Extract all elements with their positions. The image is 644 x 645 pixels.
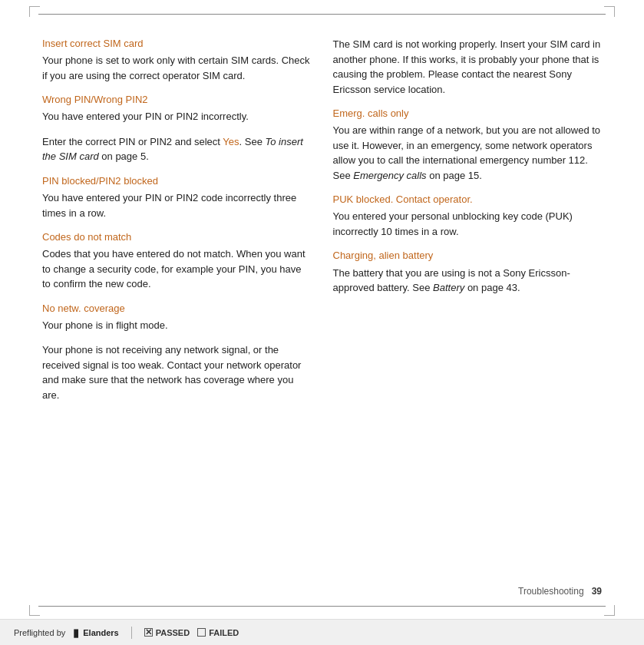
section-no-netw-2: Your phone is not receiving any network … — [42, 342, 312, 402]
section-body-codes-no-match: Codes that you have entered do not match… — [42, 246, 312, 292]
two-column-layout: Insert correct SIM card Your phone is se… — [42, 23, 602, 586]
corner-mark-tl — [29, 6, 40, 17]
section-body-emerg-calls: You are within range of a network, but y… — [333, 123, 603, 183]
section-body-sim-not-working: The SIM card is not working properly. In… — [333, 37, 603, 97]
section-wrong-pin: Wrong PIN/Wrong PIN2 You have entered yo… — [42, 93, 312, 124]
section-sim-not-working: The SIM card is not working properly. In… — [333, 37, 603, 97]
right-column: The SIM card is not working properly. In… — [333, 37, 603, 586]
section-title-pin-blocked: PIN blocked/PIN2 blocked — [42, 174, 312, 188]
section-codes-no-match: Codes do not match Codes that you have e… — [42, 230, 312, 292]
section-insert-sim: Insert correct SIM card Your phone is se… — [42, 37, 312, 83]
section-body-puk-blocked: You entered your personal unblocking key… — [333, 209, 603, 239]
passed-badge: PASSED — [144, 628, 190, 637]
corner-mark-br — [604, 605, 615, 616]
section-no-netw: No netw. coverage Your phone is in fligh… — [42, 302, 312, 333]
section-body-no-netw-1: Your phone is in flight mode. — [42, 318, 312, 333]
elanders-logo: ▮ Elanders — [73, 627, 118, 639]
section-title-insert-sim: Insert correct SIM card — [42, 37, 312, 51]
italic-battery: Battery — [433, 282, 464, 293]
section-body-enter-pin: Enter the correct PIN or PIN2 and select… — [42, 134, 312, 164]
section-label: Troubleshooting — [518, 586, 584, 597]
section-body-charging-alien: The battery that you are using is not a … — [333, 266, 603, 296]
section-emerg-calls: Emerg. calls only You are within range o… — [333, 107, 603, 183]
divider — [131, 627, 132, 639]
preflighted-label: Preflighted by — [14, 628, 65, 637]
corner-mark-bl — [29, 605, 40, 616]
section-title-no-netw: No netw. coverage — [42, 302, 312, 316]
elanders-name: Elanders — [83, 628, 118, 637]
failed-label: FAILED — [209, 628, 239, 637]
elanders-icon: ▮ — [73, 627, 79, 639]
italic-emergency-calls: Emergency calls — [353, 170, 426, 181]
preflighted-bar: Preflighted by ▮ Elanders PASSED FAILED — [0, 619, 644, 645]
page-border-bottom — [38, 606, 606, 607]
corner-mark-tr — [604, 6, 615, 17]
passed-label: PASSED — [156, 628, 190, 637]
italic-sim-card: To insert the SIM card — [42, 136, 303, 163]
section-charging-alien: Charging, alien battery The battery that… — [333, 249, 603, 295]
section-body-no-netw-2: Your phone is not receiving any network … — [42, 342, 312, 402]
section-body-insert-sim: Your phone is set to work only with cert… — [42, 53, 312, 83]
section-enter-pin: Enter the correct PIN or PIN2 and select… — [42, 134, 312, 164]
left-column: Insert correct SIM card Your phone is se… — [42, 37, 312, 586]
page-number: 39 — [592, 586, 602, 597]
section-title-puk-blocked: PUK blocked. Contact operator. — [333, 193, 603, 207]
page-footer: Troubleshooting 39 — [42, 586, 602, 597]
highlight-yes: Yes — [223, 136, 239, 147]
section-title-wrong-pin: Wrong PIN/Wrong PIN2 — [42, 93, 312, 107]
failed-badge: FAILED — [197, 628, 239, 637]
content-area: Insert correct SIM card Your phone is se… — [42, 23, 602, 603]
section-body-wrong-pin: You have entered your PIN or PIN2 incorr… — [42, 109, 312, 124]
section-body-pin-blocked: You have entered your PIN or PIN2 code i… — [42, 190, 312, 220]
section-puk-blocked: PUK blocked. Contact operator. You enter… — [333, 193, 603, 239]
section-pin-blocked: PIN blocked/PIN2 blocked You have entere… — [42, 174, 312, 220]
section-title-charging-alien: Charging, alien battery — [333, 249, 603, 263]
passed-checkbox-icon — [144, 628, 153, 637]
section-title-emerg-calls: Emerg. calls only — [333, 107, 603, 121]
section-title-codes-no-match: Codes do not match — [42, 230, 312, 244]
failed-checkbox-icon — [197, 628, 206, 637]
page-border-top — [38, 14, 606, 15]
